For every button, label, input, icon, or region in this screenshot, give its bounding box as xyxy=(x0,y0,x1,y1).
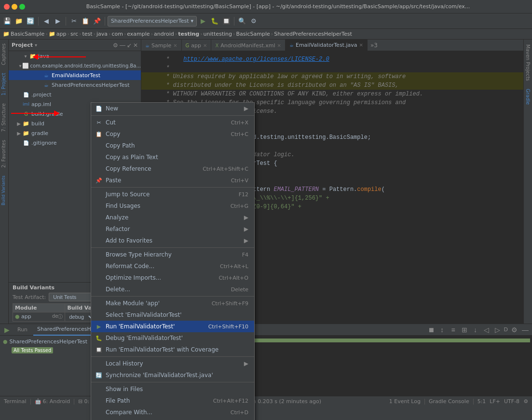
next-btn[interactable]: ▷ xyxy=(493,325,503,335)
settings-run-btn[interactable]: ⚙ xyxy=(509,325,519,335)
sidebar-buildvariants-label[interactable]: Build Variants xyxy=(0,172,8,209)
menu-item-compare[interactable]: Compare With... Ctrl+D xyxy=(91,406,254,418)
expand-btn[interactable]: ⊞ xyxy=(460,325,469,335)
menu-item-cut[interactable]: ✂ Cut Ctrl+X xyxy=(91,117,254,128)
status-event-log[interactable]: 1 Event Log xyxy=(389,398,421,405)
stop-btn[interactable]: ⏹ xyxy=(426,325,436,335)
menu-item-make-module[interactable]: Make Module 'app' Ctrl+Shift+F9 xyxy=(91,298,254,309)
maximize-button[interactable] xyxy=(19,4,25,10)
run-configuration[interactable]: SharedPreferencesHelperTest ▾ xyxy=(108,16,197,27)
tree-item-shared-prefs[interactable]: ☕ SharedPreferencesHelperTest xyxy=(9,80,141,90)
tab-app[interactable]: G app ✕ xyxy=(182,40,212,51)
menu-item-run[interactable]: ▶ Run 'EmailValidatorTest' Ctrl+Shift+F1… xyxy=(91,321,254,332)
maven-projects-label[interactable]: Maven Projects xyxy=(524,41,532,84)
settings-button[interactable]: ⚙ xyxy=(248,16,259,27)
menu-item-copy-plain[interactable]: Copy as Plain Text xyxy=(91,151,254,163)
breadcrumb-item-test[interactable]: test xyxy=(82,31,92,37)
search-button[interactable]: 🔍 xyxy=(237,16,247,27)
menu-item-debug[interactable]: 🐛 Debug 'EmailValidatorTest' xyxy=(91,332,254,344)
gradle-label[interactable]: Gradle xyxy=(524,86,532,108)
breadcrumb-item-android[interactable]: android xyxy=(154,31,174,37)
menu-item-copy-ref[interactable]: Copy Reference Ctrl+Alt+Shift+C xyxy=(91,163,254,175)
breadcrumb-item-unittesting[interactable]: unittesting xyxy=(204,31,232,37)
menu-item-select[interactable]: Select 'EmailValidatorTest' xyxy=(91,309,254,321)
menu-item-delete[interactable]: Delete... Delete xyxy=(91,284,254,295)
panel-close-btn[interactable]: ✕ xyxy=(133,42,138,49)
menu-item-jump-source[interactable]: Jump to Source F12 xyxy=(91,189,254,200)
panel-collapse-btn[interactable]: — xyxy=(120,42,125,49)
menu-item-sync[interactable]: 🔄 Synchronize 'EmailValidatorTest.java' xyxy=(91,369,254,381)
tab-close-app[interactable]: ✕ xyxy=(203,43,207,48)
breadcrumb-item-testing[interactable]: testing xyxy=(178,31,199,37)
menu-label-favorites: Add to Favorites xyxy=(106,237,152,244)
menu-item-optimize[interactable]: Optimize Imports... Ctrl+Alt+O xyxy=(91,272,254,284)
breadcrumb-item-basicsample[interactable]: 📁 BasicSample xyxy=(3,31,44,37)
menu-item-show-files[interactable]: Show in Files xyxy=(91,383,254,395)
tab-close-email[interactable]: ✕ xyxy=(359,42,363,48)
toolbar-btn-save[interactable]: 💾 xyxy=(2,16,13,27)
close-bottom-btn[interactable]: — xyxy=(520,325,530,335)
tab-manifest[interactable]: X AndroidManifest.xml ✕ xyxy=(211,40,286,51)
toolbar-btn-forward[interactable]: ▶ xyxy=(53,16,63,27)
toolbar-btn-cut[interactable]: ✂ xyxy=(68,16,79,27)
scroll-btn[interactable]: ↓ xyxy=(471,325,480,335)
status-settings-icon[interactable]: ⚙ xyxy=(523,398,528,405)
coverage-button[interactable]: 🔲 xyxy=(221,16,232,27)
tab-close-manifest[interactable]: ✕ xyxy=(277,43,281,48)
menu-item-new[interactable]: 📄 New ▶ xyxy=(91,103,254,114)
sidebar-project-label[interactable]: 1: Project xyxy=(0,69,8,99)
breadcrumb-item-sharedpreferences[interactable]: SharedPreferencesHelperTest xyxy=(274,31,352,37)
sidebar-structure-label[interactable]: 7: Structure xyxy=(0,99,8,135)
breadcrumb-item-com[interactable]: com xyxy=(111,31,123,37)
breadcrumb-item-src[interactable]: src xyxy=(70,31,78,37)
menu-item-find-usages[interactable]: Find Usages Ctrl+G xyxy=(91,200,254,212)
run-button[interactable]: ▶ xyxy=(198,16,208,27)
status-terminal[interactable]: Terminal xyxy=(4,398,27,405)
breadcrumb-item-basicsample2[interactable]: BasicSample xyxy=(236,31,270,37)
tree-item-java[interactable]: ▾ 📁 java xyxy=(9,51,141,61)
filter-btn[interactable]: ≡ xyxy=(449,325,458,335)
menu-item-local-history[interactable]: Local History ▶ xyxy=(91,358,254,369)
menu-item-coverage[interactable]: 🔲 Run 'EmailValidatorTest' with Coverage xyxy=(91,344,254,355)
breadcrumb-item-example[interactable]: example xyxy=(127,31,150,37)
status-android[interactable]: 🤖 6: Android xyxy=(35,398,70,405)
close-button[interactable] xyxy=(4,4,10,10)
toolbar-btn-paste[interactable]: 📌 xyxy=(92,16,102,27)
debug-button[interactable]: 🐛 xyxy=(209,16,220,27)
menu-item-paste[interactable]: 📌 Paste Ctrl+V xyxy=(91,175,254,186)
prev-btn[interactable]: ◁ xyxy=(482,325,491,335)
tab-run[interactable]: Run xyxy=(14,324,31,336)
toolbar-btn-back[interactable]: ◀ xyxy=(41,16,52,27)
menu-item-file-path[interactable]: File Path Ctrl+Alt+F12 xyxy=(91,395,254,406)
sort-btn[interactable]: ↕ xyxy=(437,325,447,335)
toolbar-btn-open[interactable]: 📁 xyxy=(14,16,24,27)
sidebar-captures-label[interactable]: Captures xyxy=(0,40,8,69)
tree-item-email-validator[interactable]: ☕ EmailValidatorTest xyxy=(9,70,141,80)
bottom-run-btn[interactable]: ▶ xyxy=(2,325,12,335)
toolbar-btn-refresh[interactable]: 🔄 xyxy=(25,16,36,27)
breadcrumb-item-app[interactable]: 📁 app xyxy=(49,31,67,37)
tree-item-dotproject[interactable]: 📄 .project xyxy=(9,90,141,99)
breadcrumb-item-java[interactable]: java xyxy=(96,31,108,37)
menu-item-analyze[interactable]: Analyze ▶ xyxy=(91,212,254,223)
toolbar-btn-copy[interactable]: 📋 xyxy=(80,16,91,27)
tab-overflow[interactable]: »3 xyxy=(368,40,381,51)
menu-item-reformat[interactable]: Reformat Code... Ctrl+Alt+L xyxy=(91,260,254,272)
minimize-button[interactable] xyxy=(12,4,17,10)
menu-item-gist[interactable]: ⬢ Create Gist... xyxy=(91,418,254,420)
panel-gear-btn[interactable]: ↙ xyxy=(127,42,132,49)
tab-email-validator[interactable]: ☕ EmailValidatorTest.java ✕ xyxy=(286,40,368,51)
tab-close-sample[interactable]: ✕ xyxy=(173,43,177,48)
menu-item-favorites[interactable]: Add to Favorites ▶ xyxy=(91,235,254,246)
tree-item-package[interactable]: ▾ ⬜ com.example.android.testing.unittest… xyxy=(9,61,141,70)
status-gradle-console[interactable]: Gradle Console xyxy=(429,398,469,405)
tab-sample[interactable]: ☕ Sample ✕ xyxy=(141,40,182,51)
panel-settings-btn[interactable]: ⚙ xyxy=(113,42,118,49)
menu-item-refactor[interactable]: Refactor ▶ xyxy=(91,223,254,235)
tree-arrow-build: ▶ xyxy=(15,121,22,126)
sidebar-favorites-label[interactable]: 2: Favorites xyxy=(0,136,8,172)
menu-item-copy-path[interactable]: Copy Path xyxy=(91,140,254,151)
menu-item-browse-hierarchy[interactable]: Browse Type Hierarchy F4 xyxy=(91,249,254,260)
panel-dropdown-icon[interactable]: ▾ xyxy=(35,42,37,48)
menu-item-copy[interactable]: 📋 Copy Ctrl+C xyxy=(91,128,254,140)
